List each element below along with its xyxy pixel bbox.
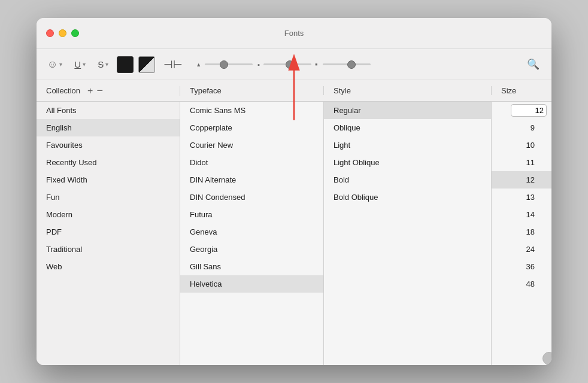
style-list: RegularObliqueLightLight ObliqueBoldBold… bbox=[324, 102, 492, 365]
size-item[interactable]: 12 bbox=[492, 171, 551, 189]
style-header: Style bbox=[324, 86, 492, 95]
slider-3[interactable] bbox=[323, 63, 371, 65]
typeface-item[interactable]: Futura bbox=[180, 206, 323, 223]
slider-2[interactable] bbox=[263, 63, 311, 65]
underline-chevron-icon: ▾ bbox=[83, 61, 86, 68]
collection-item[interactable]: Recently Used bbox=[37, 154, 180, 171]
add-remove-buttons: + − bbox=[87, 86, 103, 96]
size-item[interactable]: 14 bbox=[492, 206, 551, 223]
strikethrough-chevron-icon: ▾ bbox=[105, 61, 108, 68]
style-item[interactable]: Bold Oblique bbox=[324, 189, 491, 206]
collection-header: Collection + − bbox=[37, 86, 180, 96]
spacing-button[interactable]: ⊣⊢ bbox=[160, 56, 186, 74]
square-large-icon: ▪ bbox=[315, 60, 318, 69]
collection-list: All FontsEnglishFavouritesRecently UsedF… bbox=[37, 102, 180, 365]
collection-item[interactable]: PDF bbox=[37, 223, 180, 241]
size-item[interactable]: 24 bbox=[492, 241, 551, 258]
collection-item[interactable]: Web bbox=[37, 258, 180, 275]
typeface-item[interactable]: Helvetica bbox=[180, 275, 323, 293]
document-color-swatch[interactable] bbox=[138, 56, 155, 73]
search-button[interactable]: 🔍 bbox=[522, 56, 544, 73]
square-small-icon: ▪ bbox=[257, 61, 260, 68]
typeface-item[interactable]: Comic Sans MS bbox=[180, 102, 323, 119]
spacing-icon: ⊣⊢ bbox=[163, 58, 183, 71]
size-header: Size bbox=[492, 86, 551, 95]
typeface-header: Typeface bbox=[180, 86, 324, 95]
style-item[interactable]: Bold bbox=[324, 171, 491, 189]
remove-collection-button[interactable]: − bbox=[96, 86, 103, 95]
text-color-swatch[interactable] bbox=[117, 56, 134, 73]
slider-group: ▲ ▪ ▪ bbox=[191, 60, 517, 69]
style-item[interactable]: Light Oblique bbox=[324, 154, 491, 171]
actions-button[interactable]: ☺ ▾ bbox=[44, 56, 66, 73]
typeface-item[interactable]: Geneva bbox=[180, 223, 323, 241]
typeface-item[interactable]: DIN Condensed bbox=[180, 189, 323, 206]
fonts-window: Fonts ☺ ▾ U ▾ S ▾ ⊣⊢ ▲ bbox=[37, 18, 551, 365]
column-headers: Collection + − Typeface Style Size bbox=[37, 80, 551, 102]
style-item[interactable]: Light bbox=[324, 136, 491, 154]
slider-track-2: ▪ ▪ bbox=[257, 60, 318, 69]
titlebar: Fonts bbox=[37, 18, 551, 49]
style-item[interactable]: Oblique bbox=[324, 119, 491, 136]
collection-header-label: Collection bbox=[46, 86, 80, 95]
size-input[interactable] bbox=[511, 104, 547, 117]
minimize-button[interactable] bbox=[59, 29, 66, 37]
toolbar: ☺ ▾ U ▾ S ▾ ⊣⊢ ▲ ▪ bbox=[37, 49, 551, 80]
slider-track-3 bbox=[323, 63, 371, 65]
size-input-row bbox=[492, 102, 551, 119]
traffic-lights bbox=[46, 29, 79, 37]
strikethrough-button[interactable]: S ▾ bbox=[94, 57, 112, 72]
add-collection-button[interactable]: + bbox=[87, 86, 93, 96]
content-area: All FontsEnglishFavouritesRecently UsedF… bbox=[37, 102, 551, 365]
typeface-item[interactable]: DIN Alternate bbox=[180, 171, 323, 189]
collection-item[interactable]: Favourites bbox=[37, 136, 180, 154]
typeface-item[interactable]: Didot bbox=[180, 154, 323, 171]
typeface-item[interactable]: Copperplate bbox=[180, 119, 323, 136]
collection-item[interactable]: English bbox=[37, 119, 180, 136]
size-item[interactable]: 18 bbox=[492, 223, 551, 241]
search-icon: 🔍 bbox=[527, 59, 539, 70]
collection-item[interactable]: Fun bbox=[37, 189, 180, 206]
strikethrough-icon: S bbox=[98, 59, 104, 69]
style-item[interactable]: Regular bbox=[324, 102, 491, 119]
scrollbar-thumb[interactable] bbox=[542, 352, 551, 365]
typeface-item[interactable]: Courier New bbox=[180, 136, 323, 154]
size-item[interactable]: 13 bbox=[492, 189, 551, 206]
size-item[interactable]: 48 bbox=[492, 275, 551, 293]
size-item[interactable]: 11 bbox=[492, 154, 551, 171]
underline-button[interactable]: U ▾ bbox=[71, 57, 89, 72]
size-item[interactable]: 9 bbox=[492, 119, 551, 136]
window-title: Fonts bbox=[284, 29, 304, 38]
size-header-label: Size bbox=[501, 86, 516, 95]
style-header-label: Style bbox=[334, 86, 351, 95]
collection-item[interactable]: Traditional bbox=[37, 241, 180, 258]
triangle-small-icon: ▲ bbox=[196, 62, 201, 68]
typeface-header-label: Typeface bbox=[190, 86, 222, 95]
actions-icon: ☺ bbox=[47, 59, 57, 71]
typeface-list: Comic Sans MSCopperplateCourier NewDidot… bbox=[180, 102, 324, 365]
slider-1[interactable] bbox=[205, 63, 253, 65]
collection-item[interactable]: Fixed Width bbox=[37, 171, 180, 189]
underline-icon: U bbox=[74, 59, 81, 69]
size-list: 9101112131418243648 bbox=[492, 102, 551, 365]
slider-track-1: ▲ bbox=[196, 62, 253, 68]
typeface-item[interactable]: Gill Sans bbox=[180, 258, 323, 275]
actions-chevron-icon: ▾ bbox=[59, 61, 62, 68]
typeface-item[interactable]: Georgia bbox=[180, 241, 323, 258]
close-button[interactable] bbox=[46, 29, 54, 37]
size-item[interactable]: 10 bbox=[492, 136, 551, 154]
collection-item[interactable]: All Fonts bbox=[37, 102, 180, 119]
collection-item[interactable]: Modern bbox=[37, 206, 180, 223]
size-item[interactable]: 36 bbox=[492, 258, 551, 275]
maximize-button[interactable] bbox=[71, 29, 79, 37]
